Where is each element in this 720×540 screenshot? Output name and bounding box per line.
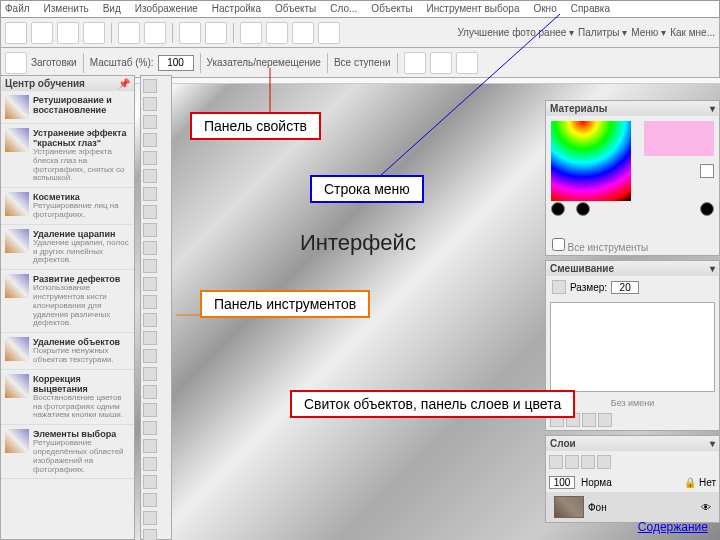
fill-icon[interactable] [143, 259, 157, 273]
lesson-item[interactable]: Ретуширование и восстановление [1, 91, 134, 124]
eye-icon[interactable]: 👁 [701, 502, 711, 513]
ind-3[interactable] [700, 202, 714, 216]
mix-brush-icon[interactable] [552, 280, 566, 294]
lesson-icon [5, 337, 29, 361]
menu-view[interactable]: Вид [103, 3, 121, 15]
move-icon[interactable] [143, 133, 157, 147]
lesson-item[interactable]: Устранение эффекта "красных глаз"Устране… [1, 124, 134, 188]
use-prev[interactable]: Указатель/перемещение [207, 57, 321, 68]
shape-icon[interactable] [143, 295, 157, 309]
lock-label: Нет [699, 477, 716, 488]
menu-objects[interactable]: Объекты [371, 3, 412, 15]
redo-icon[interactable] [205, 22, 227, 44]
layers-menu-icon[interactable]: ▾ [710, 438, 715, 449]
t4-icon[interactable] [143, 493, 157, 507]
mix-d-icon[interactable] [598, 413, 612, 427]
spray-icon[interactable] [143, 421, 157, 435]
redeye-icon[interactable] [143, 367, 157, 381]
menu-window[interactable]: Окно [533, 3, 556, 15]
blend-mode[interactable]: Норма [581, 477, 612, 488]
menu-help[interactable]: Справка [571, 3, 610, 15]
lesson-item[interactable]: Удаление объектовПокрытие ненужных объек… [1, 333, 134, 370]
open-icon[interactable] [31, 22, 53, 44]
foreground-swatch[interactable] [644, 121, 714, 156]
browse-icon[interactable] [57, 22, 79, 44]
lesson-item[interactable]: Элементы выбораРетуширование определённы… [1, 425, 134, 479]
ico-c[interactable] [292, 22, 314, 44]
lesson-desc: Ретуширование определённых областей изоб… [33, 439, 130, 474]
enhance-dropdown[interactable]: Улучшение фото ранее ▾ [457, 27, 574, 38]
menu-image[interactable]: Изображение [135, 3, 198, 15]
dodge-icon[interactable] [143, 349, 157, 363]
layer-row[interactable]: Фон 👁 [546, 492, 719, 522]
menu-file[interactable]: Файл [5, 3, 30, 15]
layer-del-icon[interactable] [581, 455, 595, 469]
lesson-item[interactable]: Развитие дефектовИспользование инструмен… [1, 270, 134, 333]
crop-icon[interactable] [143, 169, 157, 183]
layer-dup-icon[interactable] [565, 455, 579, 469]
menu-effects[interactable]: Объекты [275, 3, 316, 15]
layer-new-icon[interactable] [549, 455, 563, 469]
pick-icon[interactable] [143, 115, 157, 129]
mix-c-icon[interactable] [582, 413, 596, 427]
opt-a-icon[interactable] [404, 52, 426, 74]
opacity-input[interactable] [549, 476, 575, 489]
pencil-icon[interactable] [143, 403, 157, 417]
smudge-icon[interactable] [143, 331, 157, 345]
mix-canvas[interactable] [550, 302, 715, 392]
lesson-item[interactable]: Удаление царапинУдаление царапин, полос … [1, 225, 134, 270]
layer-x-icon[interactable] [597, 455, 611, 469]
t5-icon[interactable] [143, 511, 157, 525]
dropper-icon[interactable] [143, 187, 157, 201]
text-icon[interactable] [143, 277, 157, 291]
line-icon[interactable] [143, 313, 157, 327]
zoom-input[interactable] [158, 55, 194, 71]
color-wheel[interactable] [551, 121, 631, 201]
warp-icon[interactable] [143, 385, 157, 399]
bg-swatch[interactable] [700, 164, 714, 178]
hand-icon[interactable] [143, 79, 157, 93]
lesson-item[interactable]: Коррекция выцветанияВосстановление цвето… [1, 370, 134, 425]
pin-icon[interactable]: 📌 [118, 78, 130, 89]
menu-select[interactable]: Инструмент выбора [427, 3, 520, 15]
all-steps[interactable]: Все ступени [334, 57, 391, 68]
erase-icon[interactable] [143, 241, 157, 255]
ind-1[interactable] [551, 202, 565, 216]
color-picker-area[interactable] [546, 116, 719, 236]
all-tools-label: Все инструменты [568, 242, 649, 253]
menu-lay[interactable]: Сло... [330, 3, 357, 15]
presets-icon[interactable] [5, 52, 27, 74]
lesson-item[interactable]: КосметикаРетуширование лиц на фотография… [1, 188, 134, 225]
howto-button[interactable]: Как мне... [670, 27, 715, 38]
contents-link[interactable]: Содержание [638, 520, 708, 534]
print-icon[interactable] [144, 22, 166, 44]
ind-2[interactable] [576, 202, 590, 216]
opt-b-icon[interactable] [430, 52, 452, 74]
menus-dropdown[interactable]: Меню ▾ [631, 27, 666, 38]
scan-icon[interactable] [83, 22, 105, 44]
palette-dropdown[interactable]: Палитры ▾ [578, 27, 627, 38]
new-icon[interactable] [5, 22, 27, 44]
menu-edit[interactable]: Изменить [44, 3, 89, 15]
t1-icon[interactable] [143, 439, 157, 453]
size-input[interactable] [611, 281, 639, 294]
save-icon[interactable] [118, 22, 140, 44]
brush-icon[interactable] [143, 205, 157, 219]
ico-d[interactable] [318, 22, 340, 44]
select-icon[interactable] [143, 151, 157, 165]
t2-icon[interactable] [143, 457, 157, 471]
menu-adjust[interactable]: Настройка [212, 3, 261, 15]
opt-c-icon[interactable] [456, 52, 478, 74]
label-scroll: Свиток объектов, панель слоев и цвета [290, 390, 575, 418]
zoom-icon[interactable] [143, 97, 157, 111]
t3-icon[interactable] [143, 475, 157, 489]
all-tools-checkbox[interactable] [552, 238, 565, 251]
clone-icon[interactable] [143, 223, 157, 237]
ico-a[interactable] [240, 22, 262, 44]
mix-title: Смешивание [550, 263, 614, 274]
mix-menu-icon[interactable]: ▾ [710, 263, 715, 274]
undo-icon[interactable] [179, 22, 201, 44]
t6-icon[interactable] [143, 529, 157, 540]
ico-b[interactable] [266, 22, 288, 44]
materials-menu-icon[interactable]: ▾ [710, 103, 715, 114]
